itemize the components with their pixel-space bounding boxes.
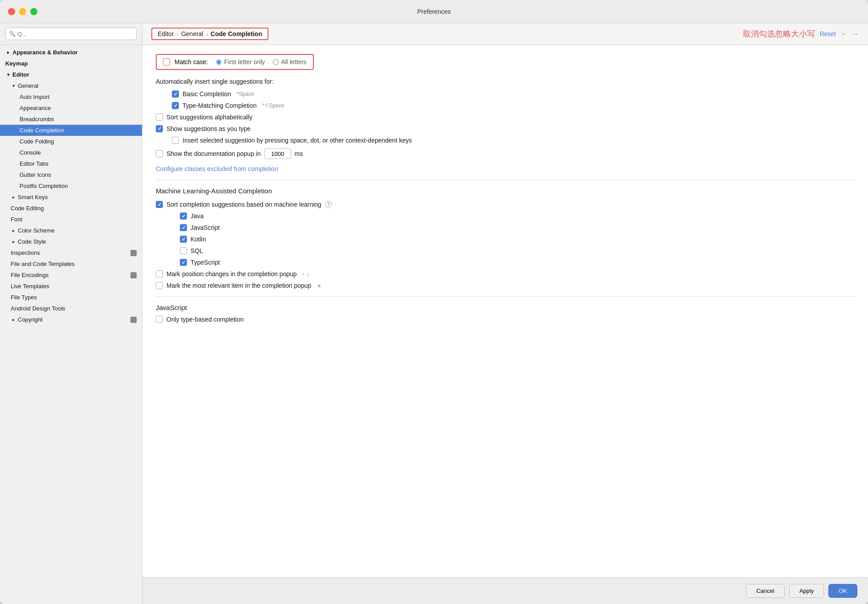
sidebar-item-label: Postfix Completion [20, 183, 68, 189]
sidebar-item-appearance-behavior[interactable]: Appearance & Behavior [0, 47, 142, 58]
sidebar-item-android-design-tools[interactable]: Android Design Tools [0, 303, 142, 314]
sidebar-item-font[interactable]: Font [0, 214, 142, 225]
option-row-javascript: JavaScript [156, 224, 855, 231]
minimize-button[interactable] [19, 8, 26, 15]
breadcrumb-right: 取消勾选忽略大小写 Reset ← → [743, 29, 859, 39]
sidebar-item-general[interactable]: General [0, 80, 142, 91]
auto-insert-label: Automatically insert single suggestions … [156, 78, 855, 85]
search-icon: 🔍 [9, 31, 16, 37]
sidebar-item-code-style[interactable]: Code Style [0, 236, 142, 247]
arrow-icon [11, 317, 16, 322]
option-row-basic-completion: Basic Completion ^Space [156, 90, 855, 98]
sidebar-item-label: Code Completion [20, 127, 64, 134]
sidebar-item-appearance[interactable]: Appearance [0, 102, 142, 114]
sidebar-tree: Appearance & Behavior Keymap Editor Gene… [0, 45, 142, 604]
insert-space-checkbox[interactable] [172, 137, 179, 144]
option-row-typescript: TypeScript [156, 259, 855, 266]
sidebar-item-label: Console [20, 149, 41, 156]
breadcrumb-code-completion: Code Completion [211, 30, 262, 37]
maximize-button[interactable] [30, 8, 37, 15]
typescript-label: TypeScript [191, 259, 220, 266]
up-arrow-icon: ↑ [302, 271, 305, 278]
sidebar-item-code-folding[interactable]: Code Folding [0, 136, 142, 147]
sidebar-item-file-code-templates[interactable]: File and Code Templates [0, 258, 142, 269]
sidebar-item-color-scheme[interactable]: Color Scheme [0, 225, 142, 236]
arrow-icon [11, 228, 16, 233]
only-type-checkbox[interactable] [156, 316, 163, 323]
sidebar-item-breadcrumbs[interactable]: Breadcrumbs [0, 114, 142, 125]
radio-all-letters-label: All letters [281, 58, 307, 65]
sidebar-item-file-encodings[interactable]: File Encodings [0, 269, 142, 281]
sidebar-item-label: File Types [11, 294, 37, 301]
basic-completion-checkbox[interactable] [172, 90, 179, 98]
sidebar-item-label: Editor Tabs [20, 160, 49, 167]
sidebar-item-label: Copyright [18, 316, 43, 323]
sidebar-item-editor-tabs[interactable]: Editor Tabs [0, 158, 142, 169]
ok-button[interactable]: OK [828, 584, 857, 598]
radio-first-letter-label: First letter only [224, 58, 265, 65]
star-icon: ★ [316, 282, 322, 289]
search-wrapper: 🔍 [5, 28, 137, 40]
sql-checkbox[interactable] [180, 247, 187, 254]
cancel-button[interactable]: Cancel [746, 584, 784, 598]
sidebar-item-label: Auto Import [20, 94, 49, 100]
kotlin-checkbox[interactable] [180, 236, 187, 243]
radio-first-letter[interactable]: First letter only [216, 58, 265, 65]
typescript-checkbox[interactable] [180, 259, 187, 266]
option-row-show-doc: Show the documentation popup in ms [156, 148, 855, 159]
sidebar-item-console[interactable]: Console [0, 147, 142, 158]
divider-1 [156, 180, 855, 180]
option-row-insert-space: Insert selected suggestion by pressing s… [156, 137, 855, 144]
show-doc-checkbox[interactable] [156, 150, 163, 157]
sidebar-item-inspections[interactable]: Inspections [0, 247, 142, 258]
forward-button[interactable]: → [852, 30, 859, 38]
search-input[interactable] [5, 28, 137, 40]
breadcrumb-bar: Editor › General › Code Completion 取消勾选忽… [142, 23, 868, 45]
back-button[interactable]: ← [840, 30, 848, 38]
breadcrumb-sep-2: › [206, 31, 208, 37]
sidebar-item-code-editing[interactable]: Code Editing [0, 203, 142, 214]
search-area: 🔍 [0, 23, 142, 45]
arrow-icon [11, 239, 16, 245]
sort-alpha-checkbox[interactable] [156, 114, 163, 121]
match-case-checkbox[interactable] [163, 58, 170, 65]
sidebar-item-label: File and Code Templates [11, 261, 75, 267]
sidebar-item-gutter-icons[interactable]: Gutter Icons [0, 169, 142, 180]
javascript-checkbox[interactable] [180, 224, 187, 231]
configure-link[interactable]: Configure classes excluded from completi… [156, 165, 278, 172]
sidebar-item-file-types[interactable]: File Types [0, 292, 142, 303]
reset-button[interactable]: Reset [819, 30, 836, 37]
close-button[interactable] [8, 8, 15, 15]
sidebar-item-code-completion[interactable]: Code Completion [0, 125, 142, 136]
option-row-mark-relevant: Mark the most relevant item in the compl… [156, 282, 855, 289]
basic-completion-hint: ^Space [236, 91, 254, 97]
sidebar-item-label: Android Design Tools [11, 305, 65, 312]
type-matching-checkbox[interactable] [172, 102, 179, 109]
help-icon[interactable]: ? [325, 201, 332, 208]
arrow-icon [11, 195, 16, 200]
apply-button[interactable]: Apply [789, 584, 824, 598]
match-case-label: Match case: [174, 58, 208, 65]
sidebar-item-postfix-completion[interactable]: Postfix Completion [0, 180, 142, 192]
mark-position-checkbox[interactable] [156, 270, 163, 278]
copyright-icon [130, 317, 137, 323]
down-arrow-icon: ↓ [307, 271, 310, 278]
show-as-type-label: Show suggestions as you type [166, 125, 251, 132]
java-checkbox[interactable] [180, 212, 187, 220]
popup-delay-input[interactable] [264, 148, 291, 159]
radio-all-letters[interactable]: All letters [273, 58, 307, 65]
sort-ml-checkbox[interactable] [156, 201, 163, 208]
sidebar-item-label: Appearance [20, 105, 51, 111]
sidebar-item-copyright[interactable]: Copyright [0, 314, 142, 325]
sidebar-item-keymap[interactable]: Keymap [0, 58, 142, 69]
window-controls [8, 8, 37, 15]
basic-completion-label: Basic Completion [183, 90, 231, 98]
sidebar-item-label: Code Editing [11, 205, 44, 212]
show-as-type-checkbox[interactable] [156, 125, 163, 132]
mark-relevant-checkbox[interactable] [156, 282, 163, 289]
sidebar-item-editor[interactable]: Editor [0, 69, 142, 80]
sidebar-item-auto-import[interactable]: Auto Import [0, 91, 142, 102]
sidebar-item-smart-keys[interactable]: Smart Keys [0, 192, 142, 203]
sidebar-item-label: Breadcrumbs [20, 116, 54, 122]
sidebar-item-live-templates[interactable]: Live Templates [0, 281, 142, 292]
